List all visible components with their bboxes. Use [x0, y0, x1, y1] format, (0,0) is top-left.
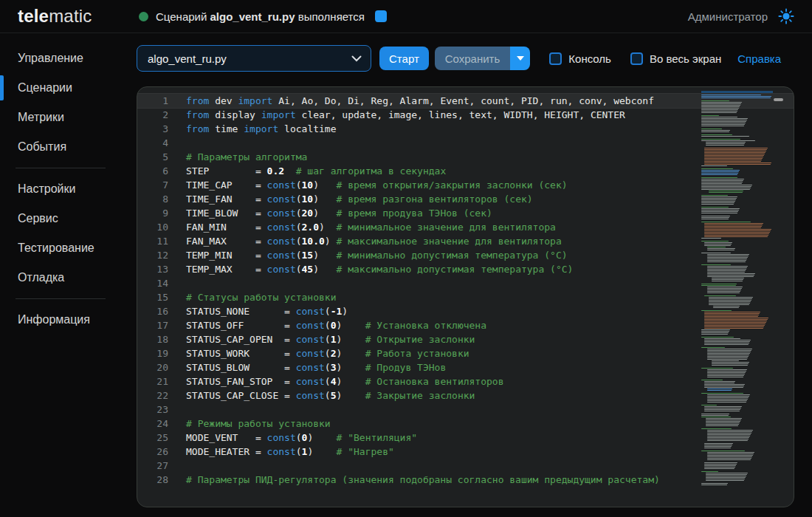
sidebar-item[interactable]: Тестирование — [0, 233, 137, 263]
checkbox[interactable] — [630, 52, 643, 65]
code-line[interactable]: 25MODE_VENT = const(0) # "Вентиляция" — [137, 431, 794, 445]
minimap-line — [709, 303, 750, 304]
minimap-line — [712, 365, 748, 366]
code-line[interactable]: 9TIME_BLOW = const(20) # время продува Т… — [137, 206, 794, 220]
minimap-line — [709, 301, 751, 302]
code-line[interactable]: 20STATUS_BLOW = const(3) # Продув ТЭНов — [137, 360, 794, 374]
scrollbar-thumb[interactable] — [774, 98, 783, 101]
line-number: 14 — [137, 276, 168, 290]
script-file-select[interactable]: algo_vent_ru.py — [137, 45, 371, 72]
checkbox-option[interactable]: Во весь экран — [630, 52, 721, 65]
minimap-line — [701, 282, 773, 283]
sidebar-item[interactable]: События — [0, 132, 137, 162]
code-line[interactable]: 4 — [137, 136, 794, 150]
checkbox-option[interactable]: Консоль — [549, 52, 611, 65]
stop-script-button[interactable] — [375, 10, 387, 22]
code-line[interactable]: 10FAN_MIN = const(2.0) # минимальное зна… — [137, 220, 794, 234]
minimap-line — [701, 241, 729, 242]
start-button[interactable]: Старт — [379, 47, 429, 70]
minimap-line — [707, 371, 746, 372]
line-number: 12 — [137, 248, 168, 262]
minimap-line — [707, 459, 751, 460]
sidebar-item[interactable]: Метрики — [0, 103, 137, 132]
minimap-line — [701, 188, 751, 188]
sidebar-item[interactable]: Сценарии — [0, 73, 137, 103]
line-number: 10 — [137, 220, 168, 234]
minimap-line — [704, 235, 768, 236]
minimap-line — [701, 405, 717, 405]
code-line[interactable]: 8TIME_FAN = const(10) # время разгона ве… — [137, 192, 794, 206]
code-line[interactable]: 12TEMP_MIN = const(15) # минимально допу… — [137, 248, 794, 262]
minimap-line — [701, 123, 746, 123]
line-number: 6 — [137, 164, 168, 178]
minimap-line — [701, 146, 773, 147]
line-text: from dev import Ai, Ao, Do, Di, Reg, Ala… — [186, 94, 654, 108]
code-line[interactable]: 15# Статусы работы установки — [137, 290, 794, 304]
code-line[interactable]: 22STATUS_CAP_CLOSE = const(5) # Закрытие… — [137, 388, 794, 403]
checkbox[interactable] — [549, 52, 562, 65]
minimap-line — [704, 152, 765, 153]
help-link[interactable]: Справка — [737, 52, 781, 65]
minimap-line — [707, 357, 748, 358]
theme-toggle-sun-icon[interactable] — [778, 8, 794, 24]
sidebar-item[interactable]: Управление — [0, 44, 137, 73]
code-line[interactable]: 24# Режимы работы установки — [137, 417, 794, 431]
save-dropdown-button[interactable] — [510, 47, 530, 70]
code-editor[interactable]: 1from dev import Ai, Ao, Do, Di, Reg, Al… — [137, 86, 794, 507]
minimap-line — [704, 158, 763, 159]
minimap-line — [704, 312, 760, 312]
minimap-line — [704, 464, 737, 465]
line-number: 28 — [137, 473, 168, 487]
toolbar-checkboxes: КонсольВо весь экран — [530, 52, 721, 65]
code-line[interactable]: 28# Параметры ПИД-регулятора (значения п… — [137, 473, 794, 487]
main-panel: algo_vent_ru.py Старт Сохранить КонсольВ… — [137, 33, 812, 517]
minimap-line — [701, 335, 773, 336]
minimap-line — [701, 121, 746, 122]
minimap-line — [704, 326, 764, 327]
minimap-line — [704, 381, 735, 382]
code-line[interactable]: 18STATUS_CAP_OPEN = const(1) # Открытие … — [137, 332, 794, 346]
logo-bold-part: tele — [18, 6, 49, 26]
minimap-line — [701, 393, 743, 394]
line-number: 5 — [137, 150, 168, 164]
minimap-line — [701, 194, 773, 194]
code-line[interactable]: 26MODE_HEATER = const(1) # "Нагрев" — [137, 445, 794, 459]
code-line[interactable]: 13TEMP_MAX = const(45) # максимально доп… — [137, 262, 794, 276]
code-line[interactable]: 7TIME_CAP = const(10) # время открытия/з… — [137, 178, 794, 192]
code-line[interactable]: 16STATUS_NONE = const(-1) — [137, 304, 794, 318]
minimap-line — [706, 476, 746, 476]
code-line[interactable]: 11FAN_MAX = const(10.0) # максимальное з… — [137, 234, 794, 248]
minimap-line — [707, 455, 753, 456]
code-line[interactable]: 1from dev import Ai, Ao, Do, Di, Reg, Al… — [137, 94, 794, 108]
line-text: TEMP_MAX = const(45) # максимально допус… — [186, 262, 573, 276]
code-line[interactable]: 27 — [137, 459, 794, 473]
code-line[interactable]: 3from time import localtime — [137, 122, 794, 136]
code-line[interactable]: 5# Параметры алгоритма — [137, 150, 794, 164]
sidebar-item[interactable]: Сервис — [0, 204, 137, 233]
minimap-line — [707, 377, 743, 377]
code-line[interactable]: 23 — [137, 403, 794, 417]
code-line[interactable]: 2from display import clear, update, imag… — [137, 108, 794, 122]
minimap-line — [701, 96, 771, 97]
sidebar-item[interactable]: Отладка — [0, 263, 137, 292]
sidebar-item[interactable]: Настройки — [0, 174, 137, 204]
save-button[interactable]: Сохранить — [435, 47, 511, 70]
minimap[interactable] — [701, 95, 773, 496]
minimap-line — [704, 315, 759, 315]
minimap-line — [701, 213, 737, 213]
code-line[interactable]: 21STATUS_FAN_STOP = const(4) # Остановка… — [137, 374, 794, 388]
minimap-line — [701, 310, 732, 311]
code-line[interactable]: 14 — [137, 276, 794, 290]
code-line[interactable]: 6STEP = 0.2 # шаг алгоритма в секундах — [137, 164, 794, 178]
minimap-line — [707, 433, 751, 434]
minimap-line — [701, 139, 740, 140]
minimap-line — [704, 313, 760, 314]
code-line[interactable]: 17STATUS_OFF = const(0) # Установка откл… — [137, 318, 794, 332]
minimap-line — [701, 205, 773, 206]
minimap-line — [707, 272, 745, 273]
minimap-line — [706, 473, 748, 473]
minimap-line — [701, 263, 773, 264]
minimap-line — [707, 276, 754, 277]
code-line[interactable]: 19STATUS_WORK = const(2) # Работа устано… — [137, 346, 794, 360]
sidebar-item[interactable]: Информация — [0, 305, 137, 335]
